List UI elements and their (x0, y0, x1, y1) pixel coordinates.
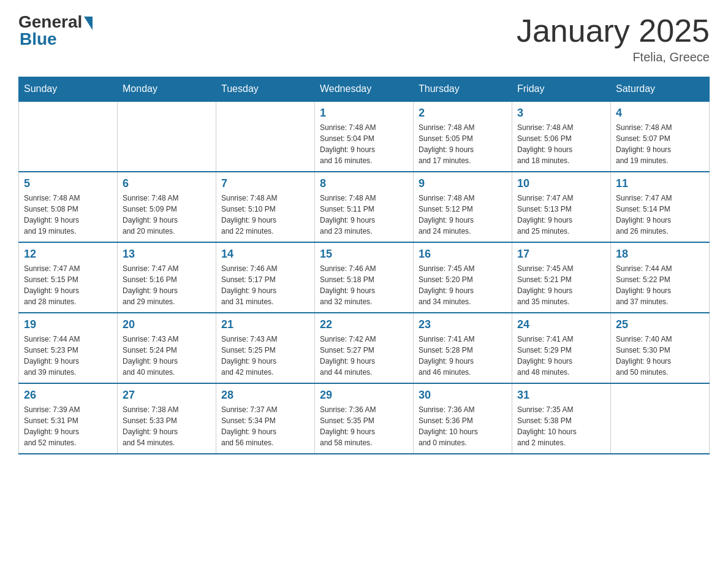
day-info: Sunrise: 7:47 AM Sunset: 5:14 PM Dayligh… (616, 193, 704, 237)
day-info: Sunrise: 7:48 AM Sunset: 5:09 PM Dayligh… (123, 193, 211, 237)
day-number: 21 (221, 318, 309, 331)
day-info: Sunrise: 7:47 AM Sunset: 5:16 PM Dayligh… (123, 263, 211, 307)
calendar-cell: 17Sunrise: 7:45 AM Sunset: 5:21 PM Dayli… (512, 242, 611, 313)
calendar-cell: 29Sunrise: 7:36 AM Sunset: 5:35 PM Dayli… (315, 383, 414, 454)
day-number: 29 (320, 389, 408, 402)
day-info: Sunrise: 7:47 AM Sunset: 5:13 PM Dayligh… (517, 193, 605, 237)
day-number: 4 (616, 107, 704, 120)
title-section: January 2025 Ftelia, Greece (517, 12, 710, 64)
day-number: 14 (221, 248, 309, 261)
calendar-cell: 11Sunrise: 7:47 AM Sunset: 5:14 PM Dayli… (611, 172, 710, 242)
day-number: 9 (419, 177, 507, 190)
calendar-cell (216, 101, 315, 172)
calendar-cell: 6Sunrise: 7:48 AM Sunset: 5:09 PM Daylig… (118, 172, 216, 242)
calendar-cell: 23Sunrise: 7:41 AM Sunset: 5:28 PM Dayli… (414, 313, 512, 383)
calendar-cell (118, 101, 216, 172)
day-info: Sunrise: 7:43 AM Sunset: 5:25 PM Dayligh… (221, 334, 309, 378)
day-number: 19 (24, 318, 112, 331)
day-info: Sunrise: 7:35 AM Sunset: 5:38 PM Dayligh… (517, 404, 605, 448)
day-number: 22 (320, 318, 408, 331)
calendar-cell: 20Sunrise: 7:43 AM Sunset: 5:24 PM Dayli… (118, 313, 216, 383)
calendar-cell: 14Sunrise: 7:46 AM Sunset: 5:17 PM Dayli… (216, 242, 315, 313)
calendar-cell: 5Sunrise: 7:48 AM Sunset: 5:08 PM Daylig… (19, 172, 118, 242)
header-thursday: Thursday (414, 77, 512, 102)
calendar-cell: 7Sunrise: 7:48 AM Sunset: 5:10 PM Daylig… (216, 172, 315, 242)
calendar-cell: 21Sunrise: 7:43 AM Sunset: 5:25 PM Dayli… (216, 313, 315, 383)
day-number: 25 (616, 318, 704, 331)
calendar-cell: 22Sunrise: 7:42 AM Sunset: 5:27 PM Dayli… (315, 313, 414, 383)
calendar-cell: 4Sunrise: 7:48 AM Sunset: 5:07 PM Daylig… (611, 101, 710, 172)
calendar-header-row: SundayMondayTuesdayWednesdayThursdayFrid… (19, 77, 710, 102)
day-info: Sunrise: 7:43 AM Sunset: 5:24 PM Dayligh… (123, 334, 211, 378)
main-title: January 2025 (517, 12, 710, 49)
header-monday: Monday (118, 77, 216, 102)
day-number: 16 (419, 248, 507, 261)
calendar-cell: 13Sunrise: 7:47 AM Sunset: 5:16 PM Dayli… (118, 242, 216, 313)
day-info: Sunrise: 7:48 AM Sunset: 5:08 PM Dayligh… (24, 193, 112, 237)
calendar-cell: 30Sunrise: 7:36 AM Sunset: 5:36 PM Dayli… (414, 383, 512, 454)
day-info: Sunrise: 7:44 AM Sunset: 5:23 PM Dayligh… (24, 334, 112, 378)
logo-triangle-icon (84, 17, 93, 30)
day-info: Sunrise: 7:38 AM Sunset: 5:33 PM Dayligh… (123, 404, 211, 448)
calendar-cell: 28Sunrise: 7:37 AM Sunset: 5:34 PM Dayli… (216, 383, 315, 454)
day-info: Sunrise: 7:41 AM Sunset: 5:29 PM Dayligh… (517, 334, 605, 378)
day-info: Sunrise: 7:48 AM Sunset: 5:05 PM Dayligh… (419, 122, 507, 166)
week-row-2: 5Sunrise: 7:48 AM Sunset: 5:08 PM Daylig… (19, 172, 710, 242)
calendar-cell: 24Sunrise: 7:41 AM Sunset: 5:29 PM Dayli… (512, 313, 611, 383)
day-number: 1 (320, 107, 408, 120)
day-number: 24 (517, 318, 605, 331)
calendar-cell: 25Sunrise: 7:40 AM Sunset: 5:30 PM Dayli… (611, 313, 710, 383)
day-info: Sunrise: 7:37 AM Sunset: 5:34 PM Dayligh… (221, 404, 309, 448)
day-info: Sunrise: 7:46 AM Sunset: 5:17 PM Dayligh… (221, 263, 309, 307)
day-number: 15 (320, 248, 408, 261)
header-tuesday: Tuesday (216, 77, 315, 102)
day-number: 27 (123, 389, 211, 402)
week-row-4: 19Sunrise: 7:44 AM Sunset: 5:23 PM Dayli… (19, 313, 710, 383)
day-info: Sunrise: 7:48 AM Sunset: 5:07 PM Dayligh… (616, 122, 704, 166)
calendar-table: SundayMondayTuesdayWednesdayThursdayFrid… (18, 77, 710, 454)
day-info: Sunrise: 7:41 AM Sunset: 5:28 PM Dayligh… (419, 334, 507, 378)
day-number: 2 (419, 107, 507, 120)
day-number: 7 (221, 177, 309, 190)
day-info: Sunrise: 7:36 AM Sunset: 5:36 PM Dayligh… (419, 404, 507, 448)
day-info: Sunrise: 7:48 AM Sunset: 5:11 PM Dayligh… (320, 193, 408, 237)
day-info: Sunrise: 7:36 AM Sunset: 5:35 PM Dayligh… (320, 404, 408, 448)
day-number: 20 (123, 318, 211, 331)
week-row-1: 1Sunrise: 7:48 AM Sunset: 5:04 PM Daylig… (19, 101, 710, 172)
calendar-cell: 12Sunrise: 7:47 AM Sunset: 5:15 PM Dayli… (19, 242, 118, 313)
day-number: 26 (24, 389, 112, 402)
day-number: 23 (419, 318, 507, 331)
calendar-cell: 10Sunrise: 7:47 AM Sunset: 5:13 PM Dayli… (512, 172, 611, 242)
day-number: 12 (24, 248, 112, 261)
calendar-cell: 1Sunrise: 7:48 AM Sunset: 5:04 PM Daylig… (315, 101, 414, 172)
day-number: 5 (24, 177, 112, 190)
day-number: 10 (517, 177, 605, 190)
header-saturday: Saturday (611, 77, 710, 102)
day-info: Sunrise: 7:42 AM Sunset: 5:27 PM Dayligh… (320, 334, 408, 378)
week-row-3: 12Sunrise: 7:47 AM Sunset: 5:15 PM Dayli… (19, 242, 710, 313)
calendar-cell: 16Sunrise: 7:45 AM Sunset: 5:20 PM Dayli… (414, 242, 512, 313)
day-info: Sunrise: 7:48 AM Sunset: 5:10 PM Dayligh… (221, 193, 309, 237)
day-info: Sunrise: 7:48 AM Sunset: 5:06 PM Dayligh… (517, 122, 605, 166)
day-info: Sunrise: 7:47 AM Sunset: 5:15 PM Dayligh… (24, 263, 112, 307)
calendar-cell: 27Sunrise: 7:38 AM Sunset: 5:33 PM Dayli… (118, 383, 216, 454)
calendar-cell: 8Sunrise: 7:48 AM Sunset: 5:11 PM Daylig… (315, 172, 414, 242)
day-number: 18 (616, 248, 704, 261)
day-info: Sunrise: 7:40 AM Sunset: 5:30 PM Dayligh… (616, 334, 704, 378)
day-info: Sunrise: 7:48 AM Sunset: 5:12 PM Dayligh… (419, 193, 507, 237)
day-info: Sunrise: 7:48 AM Sunset: 5:04 PM Dayligh… (320, 122, 408, 166)
calendar-cell: 19Sunrise: 7:44 AM Sunset: 5:23 PM Dayli… (19, 313, 118, 383)
day-info: Sunrise: 7:45 AM Sunset: 5:20 PM Dayligh… (419, 263, 507, 307)
calendar-cell: 15Sunrise: 7:46 AM Sunset: 5:18 PM Dayli… (315, 242, 414, 313)
day-number: 31 (517, 389, 605, 402)
calendar-cell: 26Sunrise: 7:39 AM Sunset: 5:31 PM Dayli… (19, 383, 118, 454)
header-friday: Friday (512, 77, 611, 102)
day-number: 30 (419, 389, 507, 402)
day-number: 13 (123, 248, 211, 261)
calendar-cell: 3Sunrise: 7:48 AM Sunset: 5:06 PM Daylig… (512, 101, 611, 172)
day-info: Sunrise: 7:44 AM Sunset: 5:22 PM Dayligh… (616, 263, 704, 307)
day-info: Sunrise: 7:39 AM Sunset: 5:31 PM Dayligh… (24, 404, 112, 448)
day-info: Sunrise: 7:46 AM Sunset: 5:18 PM Dayligh… (320, 263, 408, 307)
header-sunday: Sunday (19, 77, 118, 102)
page-header: General Blue January 2025 Ftelia, Greece (18, 12, 710, 64)
